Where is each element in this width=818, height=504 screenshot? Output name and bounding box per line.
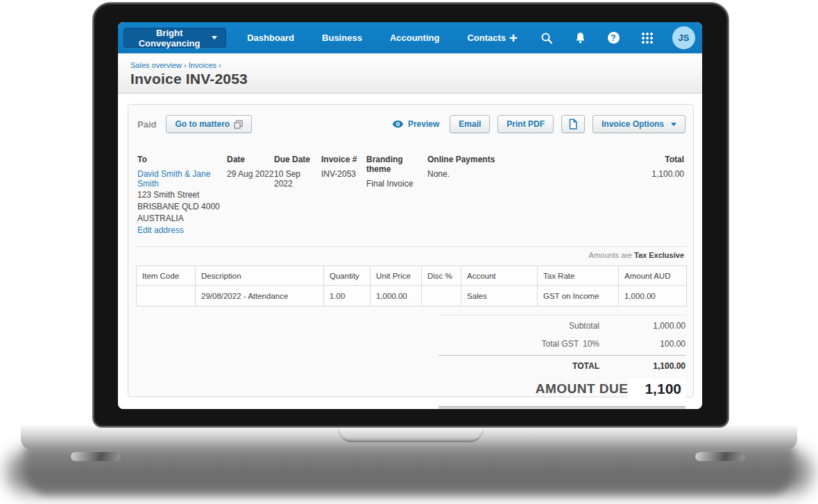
meta-date: Date 29 Aug 2022 (227, 155, 274, 236)
laptop-bezel: Bright Conveyancing Dashboard Business A… (92, 2, 729, 428)
invoice-options-label: Invoice Options (602, 119, 664, 129)
gst-value: 100.00 (599, 339, 685, 349)
help-icon: ? (608, 32, 620, 44)
contact-link[interactable]: David Smith & Jane Smith (137, 169, 227, 189)
go-to-mattero-button[interactable]: Go to mattero (166, 115, 252, 133)
meta-invoice-number: Invoice # INV-2053 (321, 155, 366, 236)
amount-due-value: 1,100 (628, 379, 685, 399)
amount-due-label: AMOUNT DUE (536, 381, 629, 397)
laptop-foot-left (71, 452, 121, 461)
subtotal-row: Subtotal 1,000.00 (438, 317, 685, 335)
chevron-down-icon (212, 36, 217, 40)
document-icon (568, 119, 578, 130)
meta-date-value: 29 Aug 2022 (227, 169, 274, 179)
notifications-button[interactable] (572, 31, 588, 46)
cell-unit-price: 1,000.00 (370, 286, 422, 306)
address-line: BRISBANE QLD 4000 (137, 202, 227, 212)
meta-due-date-label: Due Date (274, 155, 321, 164)
col-quantity: Quantity (324, 266, 370, 286)
gst-rate: 10% (583, 339, 599, 349)
email-button[interactable]: Email (450, 115, 490, 133)
screen-content: Bright Conveyancing Dashboard Business A… (118, 22, 702, 409)
primary-nav: Dashboard Business Accounting Contacts (247, 33, 506, 43)
table-header-row: Item Code Description Quantity Unit Pric… (137, 266, 687, 286)
invoice-toolbar: Paid Go to mattero (136, 112, 685, 137)
amount-due-row: AMOUNT DUE 1,100 (438, 375, 685, 406)
meta-to-label: To (137, 155, 227, 164)
gst-label: Total GST (542, 339, 579, 349)
invoice-options-button[interactable]: Invoice Options (593, 115, 685, 133)
search-button[interactable] (539, 31, 554, 46)
meta-date-label: Date (227, 155, 274, 164)
nav-item-dashboard[interactable]: Dashboard (247, 33, 294, 43)
meta-branding-theme-value: Final Invoice (366, 179, 427, 189)
subtotal-value: 1,000.00 (599, 321, 685, 331)
nav-item-accounting[interactable]: Accounting (390, 33, 440, 43)
plus-icon: + (509, 31, 518, 45)
nav-item-business[interactable]: Business (322, 33, 362, 43)
status-badge: Paid (137, 119, 156, 130)
chevron-down-icon (671, 123, 676, 126)
cell-tax-rate: GST on Income (538, 286, 619, 306)
top-nav: Bright Conveyancing Dashboard Business A… (118, 22, 702, 53)
user-avatar[interactable]: JS (672, 26, 695, 49)
create-new-button[interactable]: + (506, 31, 521, 46)
laptop-mockup: Bright Conveyancing Dashboard Business A… (0, 0, 818, 504)
cell-amount: 1,000.00 (619, 286, 687, 306)
address-line: 123 Smith Street (137, 190, 227, 200)
total-label: TOTAL (572, 361, 599, 371)
invoice-panel: Paid Go to mattero (128, 104, 694, 397)
meta-branding-theme-label: Branding theme (366, 155, 427, 174)
external-link-icon (234, 120, 243, 129)
page-header: Sales overview›Invoices› Invoice INV-205… (118, 53, 702, 94)
main-content: Paid Go to mattero (118, 104, 702, 409)
preview-button[interactable]: Preview (392, 119, 439, 129)
meta-branding-theme: Branding theme Final Invoice (366, 155, 427, 236)
meta-total: Total 1,100.00 (511, 155, 684, 236)
meta-online-payments-value: None. (427, 169, 511, 179)
print-pdf-button[interactable]: Print PDF (497, 115, 554, 133)
help-button[interactable]: ? (606, 31, 621, 46)
cell-account: Sales (461, 286, 538, 306)
breadcrumb-sales-overview[interactable]: Sales overview (130, 61, 182, 69)
gst-row: Total GST 10% 100.00 (438, 335, 685, 353)
nav-utilities: + (506, 26, 695, 49)
meta-online-payments-label: Online Payments (427, 155, 511, 164)
nav-item-contacts[interactable]: Contacts (467, 33, 506, 43)
cell-item-code (137, 286, 196, 306)
breadcrumb-separator: › (219, 61, 221, 69)
col-item-code: Item Code (137, 266, 196, 286)
total-value: 1,100.00 (599, 361, 685, 371)
table-row: 29/08/2022 - Attendance 1.00 1,000.00 Sa… (137, 286, 687, 306)
col-tax-rate: Tax Rate (538, 266, 619, 286)
eye-icon (392, 120, 404, 128)
laptop-foot-right (695, 452, 745, 461)
totals-divider (438, 355, 685, 356)
meta-online-payments: Online Payments None. (427, 155, 511, 236)
org-name: Bright Conveyancing (133, 28, 206, 49)
copy-document-button[interactable] (561, 115, 585, 133)
preview-label: Preview (408, 119, 439, 129)
cell-quantity: 1.00 (324, 286, 370, 306)
col-amount: Amount AUD (619, 266, 687, 286)
apps-button[interactable] (639, 31, 654, 46)
breadcrumb: Sales overview›Invoices› (130, 61, 702, 69)
tax-mode: Tax Exclusive (634, 251, 684, 259)
search-icon (540, 32, 553, 44)
amounts-are-line: Amounts are Tax Exclusive (136, 251, 684, 259)
help-glyph: ? (611, 33, 615, 43)
col-description: Description (196, 266, 324, 286)
edit-address-link[interactable]: Edit address (137, 225, 227, 236)
col-account: Account (461, 266, 538, 286)
address-line: AUSTRALIA (137, 214, 227, 224)
total-row: TOTAL 1,100.00 (438, 357, 685, 375)
breadcrumb-invoices[interactable]: Invoices (189, 61, 216, 69)
meta-invoice-number-value: INV-2053 (321, 169, 366, 179)
laptop-base-body (25, 447, 794, 494)
bell-icon (574, 32, 586, 44)
apps-grid-icon (641, 32, 653, 44)
org-menu-button[interactable]: Bright Conveyancing (123, 28, 226, 48)
subtotal-label: Subtotal (569, 321, 599, 331)
section-divider (135, 246, 686, 247)
col-disc: Disc % (422, 266, 461, 286)
